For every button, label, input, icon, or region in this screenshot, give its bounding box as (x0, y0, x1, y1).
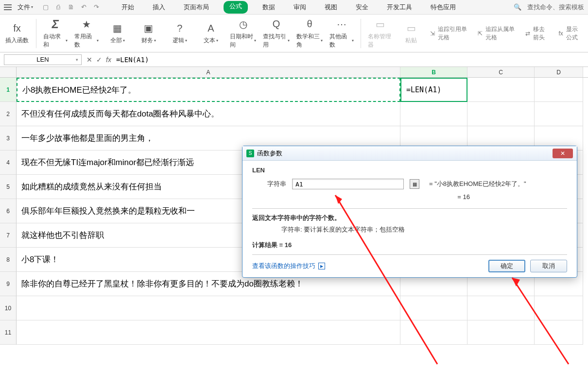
row-header[interactable]: 10 (0, 296, 17, 320)
search-placeholder[interactable]: 查找命令、搜索模板 (527, 3, 584, 12)
tab-8[interactable]: 开发工具 (383, 1, 416, 14)
ribbon: fx插入函数Σ自动求和▾★常用函数▾▦全部▾▣财务▾?逻辑▾A文本▾◷日期和时间… (0, 15, 588, 52)
table-row: 10 (0, 296, 588, 320)
col-header-c[interactable]: C (467, 67, 535, 77)
ribbon-tool-2[interactable]: ⇄移去箭头 (525, 25, 550, 42)
ribbon-group-6[interactable]: A文本▾ (199, 22, 223, 45)
tab-7[interactable]: 安全 (352, 1, 372, 14)
cell[interactable]: 小8执教EHOME已经快2年了。 (17, 78, 400, 102)
function-name: LEN (252, 167, 567, 174)
cancel-icon[interactable]: ✕ (86, 56, 92, 64)
ribbon-group-12: ▭粘贴 (399, 22, 423, 45)
tab-2[interactable]: 页面布局 (180, 1, 213, 14)
redo-icon[interactable]: ↷ (92, 3, 100, 11)
tab-3[interactable]: 公式 (224, 1, 248, 14)
tab-5[interactable]: 审阅 (290, 1, 310, 14)
row-header[interactable]: 9 (0, 272, 17, 296)
tab-9[interactable]: 特色应用 (427, 1, 460, 14)
cell[interactable] (467, 78, 535, 102)
row-header[interactable]: 6 (0, 199, 17, 223)
ribbon-group-11: ▭名称管理器 (368, 18, 392, 49)
cell[interactable] (400, 296, 467, 320)
ribbon-tabs: 开始插入页面布局公式数据审阅视图安全开发工具特色应用 (118, 1, 460, 14)
row-header[interactable]: 5 (0, 175, 17, 199)
quick-access-toolbar: ▢ ⎙ 🗎 ↶ ↷ (42, 3, 100, 11)
col-header-d[interactable]: D (535, 67, 583, 77)
ribbon-group-1[interactable]: Σ自动求和▾ (43, 18, 68, 49)
name-box[interactable]: LEN (4, 54, 82, 65)
ribbon-group-0[interactable]: fx插入函数 (5, 22, 29, 45)
col-header-a[interactable]: A (17, 67, 400, 77)
cell[interactable] (400, 320, 467, 345)
tab-6[interactable]: 视图 (321, 1, 341, 14)
row-header[interactable]: 1 (0, 78, 17, 102)
table-row: 11 (0, 320, 588, 345)
ribbon-group-8[interactable]: Q查找与引用▾ (263, 18, 290, 49)
file-menu[interactable]: 文件▾ (15, 3, 36, 12)
print-icon[interactable]: ⎙ (54, 3, 62, 11)
cell[interactable] (17, 296, 400, 320)
cell[interactable]: 不但没有任何成绩反而每天都在dota圈各种风暴中心。 (17, 102, 400, 126)
cell[interactable] (467, 320, 535, 345)
function-description: 返回文本字符串中的字符个数。 (252, 208, 567, 222)
cell[interactable] (467, 102, 535, 126)
arg-input[interactable] (292, 179, 404, 189)
ribbon-group-2[interactable]: ★常用函数▾ (74, 18, 99, 49)
row-header[interactable]: 7 (0, 223, 17, 248)
row-header[interactable]: 3 (0, 126, 17, 151)
tab-0[interactable]: 开始 (118, 1, 138, 14)
cell[interactable] (400, 102, 467, 126)
ok-button[interactable]: 确定 (488, 260, 525, 272)
ribbon-group-9[interactable]: θ数学和三角▾ (296, 18, 323, 49)
app-icon: S (246, 150, 254, 157)
preview-icon[interactable]: 🗎 (67, 3, 75, 11)
ribbon-group-4[interactable]: ▣财务▾ (137, 22, 161, 45)
row-header[interactable]: 4 (0, 151, 17, 175)
accept-icon[interactable]: ✓ (96, 56, 102, 64)
argument-description: 字符串: 要计算长度的文本字符串；包括空格 (252, 225, 567, 234)
search-icon[interactable]: 🔍 (514, 3, 521, 11)
row-header[interactable]: 11 (0, 320, 17, 345)
dialog-titlebar[interactable]: S 函数参数 ✕ (242, 146, 577, 161)
calculation-result: 计算结果 = 16 (252, 241, 567, 250)
dialog-title: 函数参数 (257, 149, 282, 158)
arg-label: 字符串 (252, 180, 286, 188)
col-header-b[interactable]: B (400, 67, 467, 77)
ribbon-group-10[interactable]: ⋯其他函数▾ (329, 18, 354, 49)
tab-4[interactable]: 数据 (259, 1, 279, 14)
cell[interactable] (535, 320, 583, 345)
cancel-button[interactable]: 取消 (530, 260, 567, 272)
cell[interactable] (535, 78, 583, 102)
column-headers: A B C D (0, 67, 588, 78)
cell[interactable]: =LEN(A1) (400, 78, 467, 102)
formula-bar: LEN ✕ ✓ fx =LEN(A1) (0, 52, 588, 67)
fx-icon[interactable]: fx (106, 56, 111, 64)
undo-icon[interactable]: ↶ (80, 3, 87, 11)
range-picker-icon[interactable]: ▦ (410, 179, 419, 189)
cell[interactable] (467, 296, 535, 320)
table-row: 2不但没有任何成绩反而每天都在dota圈各种风暴中心。 (0, 102, 588, 126)
close-icon[interactable]: ✕ (553, 149, 573, 158)
cell[interactable] (17, 320, 400, 345)
ribbon-group-5[interactable]: ?逻辑▾ (168, 22, 192, 45)
cell[interactable] (535, 102, 583, 126)
search-area: 🔍 查找命令、搜索模板 (514, 3, 584, 12)
ribbon-group-7[interactable]: ◷日期和时间▾ (230, 18, 257, 49)
ribbon-tool-3[interactable]: fx显示公式 (559, 25, 583, 42)
save-icon[interactable]: ▢ (42, 3, 50, 11)
row-header[interactable]: 8 (0, 248, 17, 272)
hamburger-icon[interactable] (4, 4, 12, 10)
ribbon-tool-0[interactable]: ⇲追踪引用单元格 (430, 25, 469, 42)
function-arguments-dialog: S 函数参数 ✕ LEN 字符串 ▦ = "小8执教EHOME已经快2年了。" … (242, 146, 577, 278)
row-header[interactable]: 2 (0, 102, 17, 126)
ribbon-tool-1[interactable]: ⇱追踪从属单元格 (478, 25, 517, 42)
menubar: 文件▾ ▢ ⎙ 🗎 ↶ ↷ 开始插入页面布局公式数据审阅视图安全开发工具特色应用… (0, 0, 588, 15)
arg-evaluation: = "小8执教EHOME已经快2年了。" (429, 180, 526, 188)
help-link[interactable]: 查看该函数的操作技巧▶ (252, 262, 325, 270)
cell[interactable] (535, 296, 583, 320)
tab-1[interactable]: 插入 (149, 1, 169, 14)
table-row: 1小8执教EHOME已经快2年了。=LEN(A1) (0, 78, 588, 102)
select-all-corner[interactable] (0, 67, 17, 77)
formula-input[interactable]: =LEN(A1) (116, 56, 584, 64)
ribbon-group-3[interactable]: ▦全部▾ (105, 22, 130, 45)
